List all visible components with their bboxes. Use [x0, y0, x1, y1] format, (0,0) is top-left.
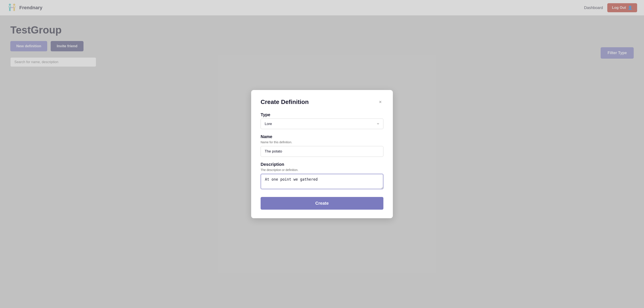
- description-sublabel: The description or definition.: [260, 168, 384, 172]
- name-form-group: Name Name for this definition.: [260, 134, 384, 157]
- type-select[interactable]: Lore Character Location Item Event: [260, 119, 384, 129]
- type-form-group: Type Lore Character Location Item Event: [260, 112, 384, 129]
- create-definition-modal: Create Definition × Type Lore Character …: [251, 90, 393, 218]
- modal-header: Create Definition ×: [260, 99, 384, 105]
- name-input[interactable]: [260, 146, 384, 157]
- create-button[interactable]: Create: [260, 197, 384, 210]
- name-label: Name: [260, 134, 384, 139]
- description-textarea[interactable]: At one point we gathered: [260, 174, 384, 189]
- modal-title: Create Definition: [260, 99, 309, 105]
- modal-close-button[interactable]: ×: [377, 99, 384, 105]
- type-label: Type: [260, 112, 384, 117]
- name-sublabel: Name for this definition.: [260, 140, 384, 144]
- description-label: Description: [260, 162, 384, 167]
- description-form-group: Description The description or definitio…: [260, 162, 384, 190]
- modal-overlay: Create Definition × Type Lore Character …: [0, 0, 644, 308]
